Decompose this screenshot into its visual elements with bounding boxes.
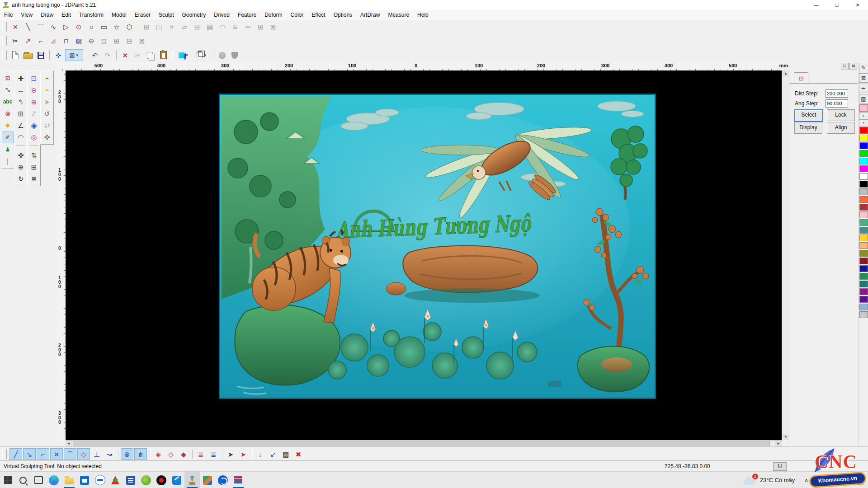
curve-fit-tool[interactable]: ∾ (242, 21, 254, 32)
node-snap[interactable]: ↘ (23, 448, 36, 460)
point-tool[interactable]: ✕ (9, 21, 21, 32)
swatch-scroll-down[interactable]: ▼ (859, 119, 868, 127)
taskbar-word[interactable] (123, 472, 138, 488)
zoom-out[interactable]: ⊖ (28, 84, 39, 95)
menu-item[interactable]: Edit (57, 11, 75, 19)
snap-button[interactable] (148, 449, 151, 460)
smooth-tool[interactable]: ♟ (2, 144, 13, 155)
new-file-button[interactable] (9, 50, 21, 61)
grid-align-tool[interactable]: ⊠ (267, 21, 279, 32)
plane-offset-tool[interactable]: ⊟ (191, 21, 203, 32)
flat-shade-button[interactable] (229, 50, 241, 61)
marquee-color-button[interactable]: ⊠ (859, 73, 868, 83)
zoom-window[interactable]: ⊡ (28, 73, 39, 84)
shear-tool[interactable]: ▱ (179, 21, 190, 32)
snap-button[interactable] (220, 449, 224, 460)
doc-restore-button[interactable]: ⊟ (841, 63, 849, 70)
zoom-object[interactable]: ◎ (28, 131, 39, 142)
rectangle-tool[interactable]: ▭ (98, 21, 110, 32)
taskbar-file-explorer[interactable] (61, 472, 77, 488)
color-swatch[interactable] (859, 127, 868, 134)
undo-button[interactable]: ↶ (89, 50, 101, 61)
color-swatch[interactable] (859, 288, 868, 295)
nest-offset-tool[interactable]: ⊡ (98, 35, 110, 46)
color-swatch[interactable] (859, 265, 868, 272)
toolbar-grip[interactable] (2, 449, 7, 459)
drop-node-snap-2[interactable]: ↙ (267, 449, 279, 460)
taskbar-search-button[interactable] (15, 472, 31, 488)
arc-array-tool[interactable]: ◠ (217, 21, 228, 32)
menu-item[interactable]: View (17, 11, 37, 19)
color-swatch[interactable] (859, 181, 868, 188)
text-tool[interactable]: abc (2, 96, 13, 107)
eraser-tool[interactable]: ◆ (2, 120, 13, 131)
trim-tool[interactable]: ✂ (9, 35, 21, 46)
minimize-button[interactable]: — (806, 0, 826, 10)
ellipse-tool[interactable]: ○ (85, 21, 97, 32)
wireframe-view-button[interactable]: ▼ (193, 50, 210, 61)
color-swatch[interactable] (859, 311, 868, 318)
redo-button[interactable]: ↷ (102, 50, 113, 61)
taskbar-media-app[interactable] (108, 472, 123, 488)
color-swatch[interactable] (859, 196, 868, 203)
scroll-down-arrow[interactable]: ▼ (782, 434, 789, 440)
view-eye[interactable]: ◉ (28, 120, 39, 131)
taskbar-green-app[interactable] (138, 472, 154, 488)
curve-tool[interactable]: ∿ (47, 21, 59, 32)
refresh-view[interactable]: ↻ (15, 173, 26, 184)
color-swatch[interactable] (859, 235, 868, 241)
menu-item[interactable]: Options (330, 11, 356, 19)
paste-button[interactable] (157, 50, 169, 61)
pages-view[interactable]: ⊞ (28, 161, 39, 172)
array-tool[interactable]: ▦ (204, 21, 216, 32)
color-swatch[interactable] (859, 150, 868, 157)
menu-item[interactable]: Measure (384, 11, 413, 19)
color-swatch[interactable] (859, 242, 868, 249)
copy-special-c[interactable]: ⊠ (136, 35, 148, 46)
display-button[interactable]: Display (794, 122, 822, 134)
menu-item[interactable]: Geometry (178, 11, 210, 19)
pick-cursor[interactable]: ➤ (42, 96, 52, 107)
color-swatch[interactable] (859, 219, 868, 226)
horizontal-scrollbar[interactable]: ◄ ► (66, 440, 782, 447)
weather-text[interactable]: 23°C Có mây (760, 477, 795, 483)
color-swatch[interactable] (859, 250, 868, 257)
taskbar-jdpaint[interactable] (184, 472, 200, 488)
node-edit-tool[interactable]: ⤡ (2, 84, 13, 95)
color-swatch[interactable] (859, 135, 868, 141)
shaded-view-button[interactable]: ▼ (175, 50, 192, 61)
color-swatch[interactable] (859, 173, 868, 180)
diamond-snap-3[interactable]: ◆ (178, 449, 189, 460)
select-options-tab[interactable]: ⊡ (794, 72, 808, 84)
line-tool[interactable]: ╲ (22, 21, 34, 32)
render-mode[interactable]: ◓ (42, 73, 52, 84)
color-swatch[interactable] (859, 158, 868, 164)
rotate-view[interactable]: ↺ (42, 108, 52, 119)
taskbar-edge[interactable] (46, 472, 61, 488)
color-swatch[interactable] (859, 304, 868, 310)
toolbar-grip[interactable] (2, 50, 7, 60)
maximize-button[interactable]: □ (826, 0, 847, 10)
color-swatch[interactable] (859, 227, 868, 234)
taskbar-design-app[interactable] (169, 472, 184, 488)
color-swatch[interactable] (859, 204, 868, 211)
offset-contour-tool[interactable]: ⊓ (60, 35, 72, 46)
copy-button[interactable] (145, 50, 156, 61)
hatch-tool[interactable]: ▨ (73, 35, 85, 46)
volume-icon[interactable] (828, 477, 835, 484)
color-swatch[interactable] (859, 165, 868, 172)
measure-distance[interactable]: ↔ (15, 84, 26, 95)
start-button[interactable] (0, 472, 15, 488)
flip-view[interactable]: ⇄ (42, 120, 52, 131)
current-color-swatch[interactable] (859, 104, 868, 112)
scroll-left-arrow[interactable]: ◄ (66, 441, 72, 447)
copy-special-a[interactable]: ⊞ (111, 35, 123, 46)
select-button[interactable]: Select (794, 109, 823, 122)
clear-snaps[interactable]: ✖ (292, 449, 304, 460)
wifi-icon[interactable] (815, 477, 822, 484)
smooth-shade-button[interactable] (216, 50, 228, 61)
zoom-in[interactable]: ⊕ (28, 96, 39, 107)
snap-button[interactable] (190, 449, 194, 460)
snap-button[interactable] (250, 449, 254, 460)
star-tool[interactable]: ☆ (111, 21, 123, 32)
